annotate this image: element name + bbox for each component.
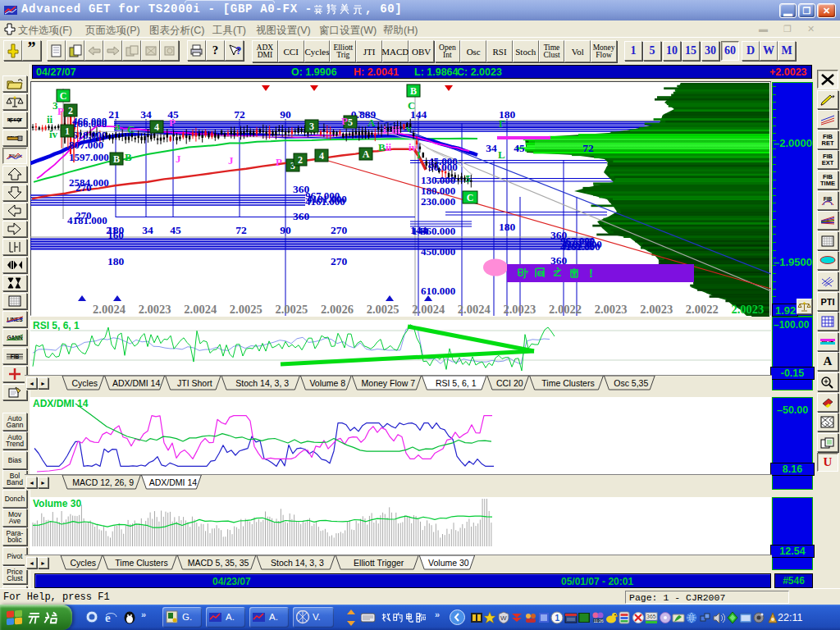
svg-text:2.0022: 2.0022 <box>686 303 719 316</box>
svg-text:180: 180 <box>499 221 516 233</box>
svg-text:2.0024: 2.0024 <box>458 303 491 316</box>
svg-text:J: J <box>176 153 181 165</box>
svg-text:4: 4 <box>319 150 324 162</box>
svg-text:!: ! <box>589 266 593 280</box>
svg-text:4181.000: 4181.000 <box>67 214 107 226</box>
svg-text:2.0022: 2.0022 <box>549 303 582 316</box>
svg-text:B: B <box>125 151 132 163</box>
svg-text:Elliott Trigger: Elliott Trigger <box>354 558 404 568</box>
svg-text:2.0023: 2.0023 <box>731 303 764 316</box>
svg-text:A: A <box>368 116 376 129</box>
svg-text:180: 180 <box>107 255 125 267</box>
svg-text:Money Flow 7: Money Flow 7 <box>362 378 416 388</box>
svg-text:B: B <box>378 141 386 153</box>
svg-text:Stoch 14, 3, 3: Stoch 14, 3, 3 <box>271 558 324 568</box>
svg-text:160: 160 <box>107 229 124 241</box>
svg-text:45: 45 <box>170 224 181 236</box>
svg-text:J: J <box>228 154 234 167</box>
svg-text:Cycles: Cycles <box>71 558 97 568</box>
svg-text:Γ: Γ <box>499 117 505 130</box>
svg-text:21: 21 <box>108 108 120 121</box>
svg-text:2.0024: 2.0024 <box>184 303 217 316</box>
svg-text:365: 365 <box>646 614 656 619</box>
svg-text:P: P <box>57 105 64 117</box>
svg-text:MACD 5, 35, 35: MACD 5, 35, 35 <box>188 558 249 568</box>
svg-text:P: P <box>341 115 348 127</box>
svg-text:v: v <box>406 122 412 135</box>
svg-text:2.0023: 2.0023 <box>503 303 536 316</box>
svg-text:Time Clusters: Time Clusters <box>541 378 594 388</box>
svg-text:5: 5 <box>348 116 353 128</box>
svg-text:230.000: 230.000 <box>421 195 455 208</box>
svg-text:ADX/DMI 14: ADX/DMI 14 <box>112 378 161 388</box>
svg-text:11:26: 11:26 <box>593 619 603 623</box>
svg-text:166.000: 166.000 <box>72 117 107 130</box>
svg-text:45: 45 <box>514 142 525 154</box>
svg-text:144: 144 <box>412 225 429 237</box>
svg-text:4181.000: 4181.000 <box>562 238 602 250</box>
svg-text:270: 270 <box>331 224 348 236</box>
svg-text:Time Clusters: Time Clusters <box>115 558 167 568</box>
svg-text:34: 34 <box>142 224 153 236</box>
svg-text:2.0023: 2.0023 <box>595 303 628 316</box>
svg-text:C: C <box>408 99 415 112</box>
svg-text:Volume 30: Volume 30 <box>33 498 81 509</box>
svg-text:C: C <box>127 123 135 135</box>
svg-text:2.0025: 2.0025 <box>367 303 399 316</box>
svg-text:ADX/DMI 14: ADX/DMI 14 <box>33 398 89 409</box>
svg-text:1: 1 <box>555 614 560 623</box>
svg-text:270: 270 <box>75 181 92 194</box>
svg-text:?: ? <box>235 45 241 57</box>
svg-text:L: L <box>498 148 505 161</box>
svg-text:Cycles: Cycles <box>72 378 98 388</box>
svg-text:MACD 12, 26, 9: MACD 12, 26, 9 <box>72 477 134 487</box>
svg-text:A: A <box>363 148 370 160</box>
svg-text:1: 1 <box>65 126 70 137</box>
svg-text:3: 3 <box>309 121 314 132</box>
svg-text:610.000: 610.000 <box>421 285 455 297</box>
svg-text:iii: iii <box>391 124 400 136</box>
svg-text:i: i <box>383 124 386 136</box>
svg-text:2.0025: 2.0025 <box>230 303 262 316</box>
svg-text:90.000: 90.000 <box>428 161 458 173</box>
svg-text:C: C <box>60 90 67 102</box>
svg-text:90: 90 <box>280 108 291 121</box>
svg-text:JTI Short: JTI Short <box>177 378 212 388</box>
svg-text:RSI 5, 6, 1: RSI 5, 6, 1 <box>436 378 477 388</box>
svg-text:B: B <box>410 85 417 97</box>
svg-text:2.0025: 2.0025 <box>275 303 308 316</box>
svg-text:72: 72 <box>582 142 594 154</box>
svg-text:450.000: 450.000 <box>421 245 455 258</box>
svg-text:Stoch 14, 3, 3: Stoch 14, 3, 3 <box>235 378 289 388</box>
svg-text:C: C <box>467 192 474 203</box>
svg-text:90: 90 <box>280 224 291 236</box>
svg-text:270: 270 <box>331 255 348 267</box>
svg-text:4181.000: 4181.000 <box>307 193 347 205</box>
svg-text:72: 72 <box>234 108 245 121</box>
svg-text:P: P <box>276 156 282 168</box>
svg-text:Volume 30: Volume 30 <box>428 558 469 568</box>
svg-text:72: 72 <box>235 224 247 236</box>
svg-text:2.0024: 2.0024 <box>412 303 445 316</box>
svg-text:iv: iv <box>409 141 418 153</box>
svg-text:2.0024: 2.0024 <box>93 303 126 316</box>
svg-text:2: 2 <box>298 154 303 166</box>
svg-text:CCI 20: CCI 20 <box>496 378 523 388</box>
svg-text:807.000: 807.000 <box>69 139 103 151</box>
svg-text:34: 34 <box>140 108 152 121</box>
svg-text:2.0023: 2.0023 <box>640 303 673 316</box>
svg-text:a: a <box>115 120 121 132</box>
svg-text:4: 4 <box>154 121 159 133</box>
svg-text:2: 2 <box>68 105 73 116</box>
svg-text:Volume 8: Volume 8 <box>309 378 345 388</box>
svg-text:34: 34 <box>486 142 497 154</box>
svg-text:P: P <box>169 116 176 129</box>
svg-text:ii: ii <box>386 141 392 153</box>
svg-text:iv: iv <box>49 128 58 140</box>
svg-text:5: 5 <box>465 172 471 185</box>
svg-text:ii: ii <box>47 113 53 126</box>
svg-text:W: W <box>500 614 507 622</box>
svg-text:Osc 5,35: Osc 5,35 <box>614 378 648 388</box>
svg-text:B: B <box>113 153 120 165</box>
svg-text:360: 360 <box>293 210 310 222</box>
